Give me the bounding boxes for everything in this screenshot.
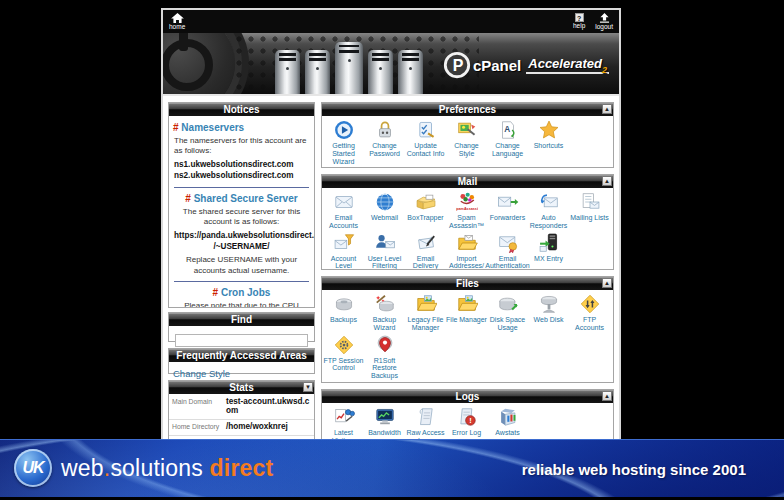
app-label[interactable]: User Level Filtering (364, 255, 405, 270)
app-file-manager[interactable]: File Manager (446, 293, 487, 332)
app-label[interactable]: Spam Assassin™ (446, 214, 487, 230)
footer-tagline: reliable web hosting since 2001 (522, 461, 746, 478)
app-backups[interactable]: Backups (323, 293, 364, 332)
app-label[interactable]: Webmail (371, 214, 398, 222)
app-label[interactable]: Change Style (446, 142, 487, 158)
app-change-style[interactable]: Change Style (446, 119, 487, 165)
logout-icon (599, 13, 610, 23)
app-label[interactable]: Update Contact Info (405, 142, 446, 158)
app-label[interactable]: Getting Started Wizard (323, 142, 364, 165)
app-label[interactable]: Change Language (487, 142, 528, 158)
app-label[interactable]: Web Disk (534, 316, 564, 324)
app-label[interactable]: Account Level Filtering (323, 255, 364, 270)
topbar: home ? help logout (163, 10, 619, 33)
app-email-delivery-route[interactable]: Email Delivery Route (405, 232, 446, 270)
app-label[interactable]: Import Addresses/ Forwarders (446, 255, 487, 270)
app-label[interactable]: Mailing Lists (570, 214, 609, 222)
app-latest-visitors[interactable]: Latest Visitors (323, 406, 364, 440)
notice-heading: # Cron Jobs (173, 287, 310, 298)
language-page-icon: A (497, 119, 519, 141)
app-label[interactable]: Auto Responders (528, 214, 569, 230)
home-button[interactable]: home (169, 13, 185, 31)
section-preferences-collapse-button[interactable]: ▲ (602, 104, 612, 114)
notice-shared-secure-server: # Shared Secure ServerThe shared secure … (173, 193, 310, 276)
notice-divider (174, 187, 309, 188)
app-email-accounts[interactable]: Email Accounts (323, 191, 364, 230)
app-shortcuts[interactable]: Shortcuts (528, 119, 569, 165)
app-label[interactable]: Backups (330, 316, 357, 324)
app-label[interactable]: Forwarders (490, 214, 525, 222)
app-getting-started-wizard[interactable]: Getting Started Wizard (323, 119, 364, 165)
app-label[interactable]: Error Log (452, 429, 481, 437)
app-label[interactable]: BoxTrapper (407, 214, 443, 222)
notice-text: Replace USERNAME with your accounts actu… (174, 255, 309, 276)
app-email-authentication[interactable]: Email Authentication (487, 232, 528, 270)
app-forwarders[interactable]: Forwarders (487, 191, 528, 230)
logout-button[interactable]: logout (595, 13, 613, 31)
notice-text: ns1.ukwebsolutionsdirect.com (174, 160, 309, 171)
app-label[interactable]: Shortcuts (534, 142, 564, 150)
envelope-reply-icon (538, 191, 560, 213)
section-logs-collapse-button[interactable]: ▲ (602, 391, 612, 401)
app-label[interactable]: R1Soft Restore Backups (364, 357, 405, 380)
app-mailing-lists[interactable]: Mailing Lists (569, 191, 610, 230)
app-ftp-session-control[interactable]: FTP Session Control (323, 334, 364, 380)
app-web-disk[interactable]: Web Disk (528, 293, 569, 332)
app-raw-access-logs[interactable]: Raw Access Logs (405, 406, 446, 440)
stat-row-home-directory: Home Directory/home/woxknrej (169, 420, 314, 436)
app-label[interactable]: MX Entry (534, 255, 563, 263)
app-update-contact-info[interactable]: Update Contact Info (405, 119, 446, 165)
app-label[interactable]: Change Password (364, 142, 405, 158)
app-ftp-accounts[interactable]: FTP Accounts (569, 293, 610, 332)
section-preferences-header: Preferences▲ (322, 103, 613, 116)
app-disk-space-usage[interactable]: Disk Space Usage (487, 293, 528, 332)
app-mx-entry[interactable]: MX Entry (528, 232, 569, 270)
app-change-password[interactable]: Change Password (364, 119, 405, 165)
notice-heading: # Nameservers (173, 122, 310, 133)
sidebar: Notices # NameserversThe nameservers for… (168, 102, 315, 440)
app-error-log[interactable]: !Error Log (446, 406, 487, 440)
app-label[interactable]: Legacy File Manager (405, 316, 446, 332)
mailing-list-icon (579, 191, 601, 213)
app-bandwidth[interactable]: Bandwidth (364, 406, 405, 440)
app-label[interactable]: Disk Space Usage (487, 316, 528, 332)
stats-collapse-button[interactable]: ▼ (303, 382, 313, 392)
stat-label: Home Directory (172, 422, 222, 431)
app-account-level-filtering[interactable]: Account Level Filtering (323, 232, 364, 270)
star-icon (538, 119, 560, 141)
app-r1soft-restore-backups[interactable]: R1Soft Restore Backups (364, 334, 405, 380)
app-change-language[interactable]: AChange Language (487, 119, 528, 165)
section-mail-collapse-button[interactable]: ▲ (602, 176, 612, 186)
section-files-header: Files▲ (322, 277, 613, 290)
app-legacy-file-manager[interactable]: Legacy File Manager (405, 293, 446, 332)
app-awstats[interactable]: Awstats (487, 406, 528, 440)
find-input[interactable] (175, 334, 308, 347)
help-icon: ? (575, 13, 584, 22)
web-disk-icon (538, 293, 560, 315)
app-label[interactable]: Email Delivery Route (405, 255, 446, 270)
app-user-level-filtering[interactable]: User Level Filtering (364, 232, 405, 270)
app-webmail[interactable]: Webmail (364, 191, 405, 230)
cpanel-logo-icon: P (442, 50, 472, 80)
app-label[interactable]: File Manager (446, 316, 487, 324)
app-label[interactable]: Backup Wizard (364, 316, 405, 332)
server-mx-icon (538, 232, 560, 254)
app-label[interactable]: Bandwidth (368, 429, 401, 437)
app-label[interactable]: FTP Session Control (323, 357, 364, 373)
app-boxtrapper[interactable]: BoxTrapper (405, 191, 446, 230)
app-spam-assassin[interactable]: SpamAssassinSpam Assassin™ (446, 191, 487, 230)
disk-usage-icon (497, 293, 519, 315)
app-backup-wizard[interactable]: Backup Wizard (364, 293, 405, 332)
notices-header: Notices (169, 103, 314, 116)
app-label[interactable]: Email Authentication (485, 255, 529, 270)
app-label[interactable]: Email Accounts (323, 214, 364, 230)
help-button[interactable]: ? help (573, 13, 585, 31)
app-label[interactable]: Awstats (495, 429, 519, 437)
stats-panel: Stats ▼ Main Domaintest-account.ukwsd.co… (168, 380, 315, 440)
app-auto-responders[interactable]: Auto Responders (528, 191, 569, 230)
section-files-collapse-button[interactable]: ▲ (602, 278, 612, 288)
app-import-addresses-forwarders[interactable]: Import Addresses/ Forwarders (446, 232, 487, 270)
change-style-link[interactable]: Change Style (173, 367, 230, 380)
app-label[interactable]: FTP Accounts (569, 316, 610, 332)
section-files: Files▲BackupsBackup WizardLegacy File Ma… (321, 276, 614, 383)
